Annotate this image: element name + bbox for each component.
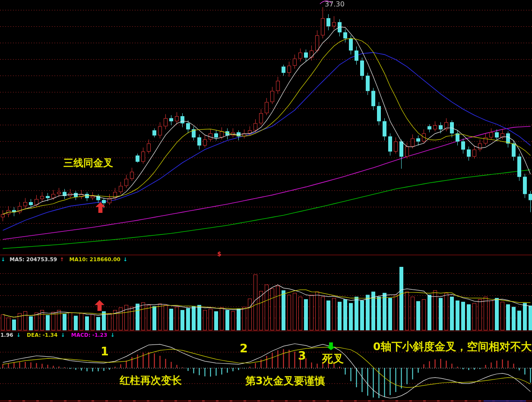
stock-chart-window: 三线同金叉 37.30 $ ↓ MA5: 204753.59 ↑ MA10: 2… [0, 0, 532, 402]
third-cross-note-label: 第3次金叉要谨慎 [245, 376, 325, 386]
volume-ma10-value: MA10: 218660.00 [70, 256, 120, 263]
macd-value: MACD: -1.23 [71, 332, 108, 338]
ma5-up-arrow-icon: ↑ [60, 256, 64, 263]
peak-price-label: 37.30 [325, 0, 345, 8]
red-bar-note-label: 红柱再次变长 [120, 375, 182, 386]
volume-pane-header: ↓ MA5: 204753.59 ↑ MA10: 218660.00 ↓ [1, 256, 127, 263]
volume-ma5-value: MA5: 204753.59 [10, 256, 57, 263]
golden-cross-2-label: 2 [240, 342, 248, 354]
ma10-down-arrow-icon: ↓ [123, 256, 127, 263]
death-cross-label: 死叉 [322, 353, 344, 364]
dif-value: 1.96 [0, 332, 13, 338]
golden-cross-3-label: 3 [298, 350, 306, 361]
dea-down-arrow-icon: ↓ [60, 332, 65, 338]
volume-down-arrow-icon: ↓ [1, 256, 5, 263]
money-marker-icon: $ [217, 250, 222, 257]
golden-cross-1-label: 1 [101, 345, 109, 357]
macd-down-arrow-icon: ↓ [110, 332, 114, 338]
zero-axis-note-label: 0轴下小斜度金叉，空间相对不大 [373, 341, 532, 352]
dea-value: DEA: -1.34 [27, 332, 57, 338]
macd-pane-header: 1.96 ↓ DEA: -1.34 ↓ MACD: -1.23 ↓ [0, 332, 115, 338]
three-line-golden-cross-label: 三线同金叉 [63, 158, 113, 168]
dif-down-arrow-icon: ↓ [16, 332, 21, 338]
